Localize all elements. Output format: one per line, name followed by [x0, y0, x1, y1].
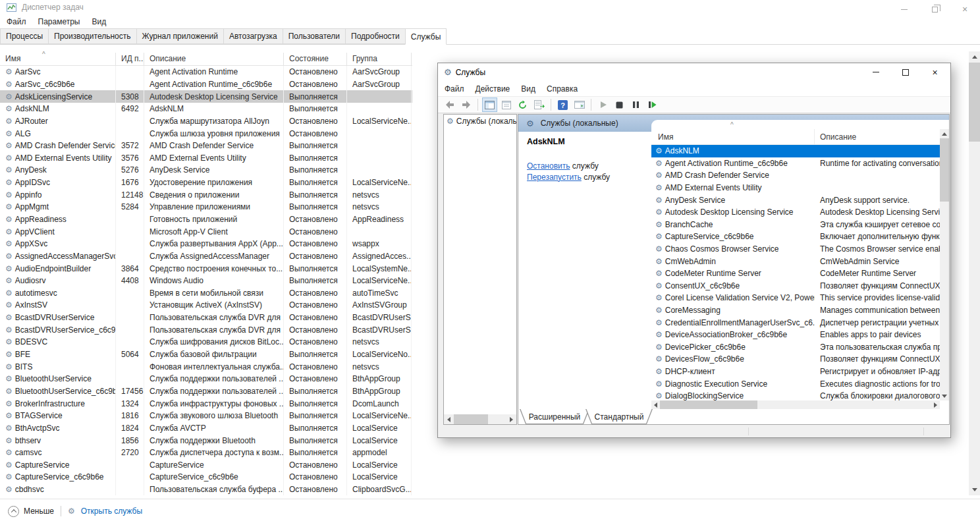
table-row[interactable]: ⚙bthserv 1856 Служба поддержки Bluetooth… — [0, 434, 412, 447]
scroll-right-icon[interactable] — [931, 400, 940, 409]
table-row[interactable]: ⚙BITS Фоновая интеллектуальная служба...… — [0, 360, 412, 373]
list-item[interactable]: ⚙AMD Crash Defender Service — [651, 169, 940, 182]
table-row[interactable]: ⚙BTAGService 1816 Служба звукового шлюза… — [0, 410, 412, 422]
properties-button[interactable] — [499, 97, 514, 112]
services-close-button[interactable]: × — [920, 63, 950, 81]
table-row[interactable]: ⚙AppReadiness Готовность приложений Оста… — [0, 213, 412, 226]
scrollbar-thumb[interactable] — [660, 400, 757, 409]
table-row[interactable]: ⚙AssignedAccessManagerSvc Служба Assigne… — [0, 250, 412, 263]
list-item[interactable]: ⚙AnyDesk Service AnyDesk support service… — [651, 194, 940, 206]
list-item[interactable]: ⚙DevicePicker_c6c9b6e Эта пользовательск… — [651, 341, 940, 354]
table-row[interactable]: ⚙AarSvc_c6c9b6e Agent Activation Runtime… — [0, 78, 412, 91]
list-item[interactable]: ⚙DeviceAssociationBroker_c6c9b6e Enables… — [651, 329, 940, 341]
table-row[interactable]: ⚙Audiosrv 4408 Windows Audio Выполняется… — [0, 275, 412, 287]
export-list-button[interactable] — [531, 97, 547, 112]
list-item[interactable]: ⚙Diagnostic Execution Service Executes d… — [651, 377, 940, 390]
table-row[interactable]: ⚙BluetoothUserService_c6c9b... 17456 Слу… — [0, 385, 412, 398]
list-horizontal-scrollbar[interactable] — [651, 400, 940, 409]
table-row[interactable]: ⚙BDESVC Служба шифрования дисков BitLoc.… — [0, 336, 412, 348]
table-row[interactable]: ⚙AppVClient Microsoft App-V Client Остан… — [0, 225, 412, 238]
forward-button[interactable] — [458, 97, 474, 112]
list-item[interactable]: ⚙Autodesk Desktop Licensing Service Auto… — [651, 206, 940, 219]
back-button[interactable] — [442, 97, 457, 112]
list-item[interactable]: ⚙ConsentUX_c6c9b6e Позволяет функциям Co… — [651, 280, 940, 292]
table-row[interactable]: ⚙AarSvc Agent Activation Runtime Останов… — [0, 66, 412, 78]
table-row[interactable]: ⚙BluetoothUserService Служба поддержки п… — [0, 373, 412, 385]
table-row[interactable]: ⚙BthAvctpSvc 1824 Служба AVCTP Выполняет… — [0, 422, 412, 435]
list-item[interactable]: ⚙CmWebAdmin CmWebAdmin Service — [651, 255, 940, 267]
table-row[interactable]: ⚙Appinfo 12148 Сведения о приложении Вып… — [0, 188, 412, 201]
stop-service-button[interactable] — [612, 97, 627, 112]
restart-service-link[interactable]: Перезапустить — [527, 173, 582, 182]
show-console-tree-button[interactable] — [482, 97, 497, 112]
start-service-button[interactable] — [595, 97, 611, 112]
list-item[interactable]: ⚙CredentialEnrollmentManagerUserSvc_c6..… — [651, 316, 940, 329]
tab-processes[interactable]: Процессы — [0, 28, 48, 44]
table-row[interactable]: ⚙AdskLicensingService 5308 Autodesk Desk… — [0, 90, 412, 103]
table-row[interactable]: ⚙AMD Crash Defender Service 3572 AMD Cra… — [0, 140, 412, 152]
list-item[interactable]: ⚙CodeMeter Runtime Server CodeMeter Runt… — [651, 267, 940, 280]
table-row[interactable]: ⚙BFE 5064 Служба базовой фильтрации Выпо… — [0, 348, 412, 361]
tree-horizontal-scrollbar[interactable] — [444, 414, 516, 424]
services-minimize-button[interactable] — [861, 63, 890, 81]
scrollbar-thumb[interactable] — [940, 138, 949, 202]
table-row[interactable]: ⚙AppXSvc Служба развертывания AppX (App.… — [0, 238, 412, 250]
menu-options[interactable]: Параметры — [38, 17, 80, 26]
list-vertical-scrollbar[interactable] — [940, 129, 949, 400]
list-item[interactable]: ⚙DHCP-клиент Регистрирует и обновляет IP… — [651, 366, 940, 378]
list-item[interactable]: ⚙DevicesFlow_c6c9b6e Позволяет функциям … — [651, 353, 940, 366]
show-action-pane-button[interactable] — [572, 97, 587, 112]
list-item[interactable]: ⚙Agent Activation Runtime_c6c9b6e Runtim… — [651, 157, 940, 170]
stop-service-link[interactable]: Остановить — [527, 161, 570, 171]
menu-action[interactable]: Действие — [476, 84, 510, 94]
list-item[interactable]: ⚙Corel License Validation Service V2, Po… — [651, 292, 940, 304]
help-button[interactable]: ? — [555, 97, 570, 112]
table-row[interactable]: ⚙AxInstSV Установщик ActiveX (AxInstSV) … — [0, 299, 412, 312]
tab-standard[interactable]: Стандартный — [585, 409, 653, 424]
list-item[interactable]: ⚙CaptureService_c6c9b6e Включает дополни… — [651, 231, 940, 243]
list-item[interactable]: ⚙DialogBlockingService Служба блокировки… — [651, 390, 940, 400]
table-row[interactable]: ⚙AJRouter Служба маршрутизатора AllJoyn … — [0, 115, 412, 128]
scroll-left-icon[interactable] — [651, 400, 660, 409]
table-row[interactable]: ⚙AppIDSvc 1676 Удостоверение приложения … — [0, 177, 412, 189]
scroll-up-icon[interactable] — [969, 51, 980, 63]
tab-startup[interactable]: Автозагрузка — [223, 28, 283, 44]
scroll-left-icon[interactable] — [444, 414, 454, 424]
restart-service-button[interactable] — [645, 97, 660, 112]
taskmanager-vertical-scrollbar[interactable] — [969, 51, 980, 495]
column-header-group[interactable]: Группа — [347, 53, 412, 65]
menu-file[interactable]: Файл — [445, 84, 464, 94]
menu-view[interactable]: Вид — [521, 84, 535, 94]
table-row[interactable]: ⚙CaptureService CaptureService Остановле… — [0, 459, 412, 472]
list-item[interactable]: ⚙AMD External Events Utility — [651, 182, 940, 194]
column-header-name[interactable]: Имя — [0, 53, 116, 65]
table-row[interactable]: ⚙camsvc 2720 Служба диспетчера доступа к… — [0, 447, 412, 459]
table-row[interactable]: ⚙cbdhsvc Пользовательская служба буфера … — [0, 483, 412, 496]
table-row[interactable]: ⚙AdskNLM 6492 AdskNLM Выполняется — [0, 103, 412, 115]
column-header-pid[interactable]: ИД п... — [116, 53, 144, 65]
table-row[interactable]: ⚙AppMgmt 5284 Управление приложениями Вы… — [0, 201, 412, 213]
list-item[interactable]: ⚙AdskNLM — [651, 145, 940, 157]
table-row[interactable]: ⚙AMD External Events Utility 3576 AMD Ex… — [0, 151, 412, 164]
tab-extended[interactable]: Расширенный — [520, 409, 589, 424]
menu-view[interactable]: Вид — [92, 17, 106, 26]
table-row[interactable]: ⚙BcastDVRUserService_c6c9b... Пользовате… — [0, 323, 412, 336]
column-header-name[interactable]: Имя — [651, 129, 815, 144]
table-row[interactable]: ⚙BrokerInfrastructure 1324 Служба инфрас… — [0, 397, 412, 410]
tab-services[interactable]: Службы — [405, 28, 447, 45]
column-header-status[interactable]: Состояние — [284, 53, 347, 65]
table-row[interactable]: ⚙AnyDesk 5276 AnyDesk Service Выполняетс… — [0, 164, 412, 177]
tab-app-history[interactable]: Журнал приложений — [136, 28, 223, 44]
scroll-up-icon[interactable] — [940, 129, 949, 138]
list-item[interactable]: ⚙CoreMessaging Manages communication bet… — [651, 304, 940, 317]
tab-performance[interactable]: Производительность — [48, 28, 136, 44]
open-services-link[interactable]: Открыть службы — [81, 507, 142, 516]
scroll-right-icon[interactable] — [506, 414, 516, 424]
list-item[interactable]: ⚙BranchCache Эта служба кэширует сетевое… — [651, 219, 940, 231]
menu-help[interactable]: Справка — [547, 84, 578, 94]
table-row[interactable]: ⚙AudioEndpointBuilder 3864 Средство пост… — [0, 262, 412, 275]
table-row[interactable]: ⚙BcastDVRUserService Пользовательская сл… — [0, 312, 412, 324]
column-header-description[interactable]: Описание — [144, 53, 284, 65]
table-row[interactable]: ⚙autotimesvc Время в сети мобильной связ… — [0, 287, 412, 300]
scrollbar-thumb[interactable] — [454, 414, 488, 424]
